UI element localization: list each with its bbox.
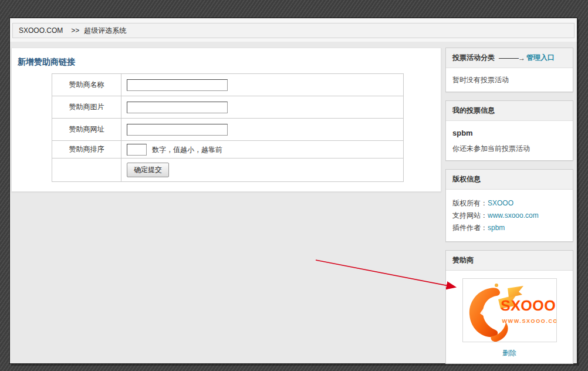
sponsor-name-label: 赞助商名称: [52, 74, 121, 96]
vote-categories-header: 投票活动分类 ———→ 管理入口: [446, 48, 573, 68]
support-site-row: 支持网站：www.sxooo.com: [452, 210, 566, 221]
sponsor-form-panel: 新增赞助商链接 赞助商名称 赞助商图片 赞助商网址 赞助商排序 数字: [11, 48, 441, 192]
copyright-body: 版权所有：SXOOO 支持网站：www.sxooo.com 插件作者：spbm: [446, 190, 573, 241]
no-activity-text: 暂时没有投票活动: [452, 76, 509, 84]
sponsor-order-label: 赞助商排序: [52, 141, 121, 158]
breadcrumb: SXOOO.COM >> 超级评选系统: [12, 23, 575, 38]
breadcrumb-separator: >>: [71, 26, 79, 35]
sponsor-url-label: 赞助商网址: [52, 119, 121, 141]
manage-entrance-link[interactable]: 管理入口: [526, 53, 555, 63]
table-row: 赞助商排序 数字，值越小，越靠前: [52, 141, 404, 158]
sponsor-name-input[interactable]: [127, 79, 228, 91]
copyright-box: 版权信息 版权所有：SXOOO 支持网站：www.sxooo.com 插件作者：…: [445, 169, 573, 242]
submit-button[interactable]: 确定提交: [127, 163, 169, 177]
sponsor-header: 赞助商: [446, 251, 573, 271]
breadcrumb-site: SXOOO.COM: [19, 26, 63, 35]
support-site-link[interactable]: www.sxooo.com: [488, 211, 539, 220]
sponsor-logo[interactable]: SXOOO www.sxooo.com: [462, 278, 557, 342]
copyright-header: 版权信息: [446, 170, 573, 190]
copyright-owner-label: 版权所有：: [452, 199, 488, 207]
table-row: 赞助商名称: [52, 74, 404, 96]
my-vote-info-body: spbm 你还未参加当前投票活动: [446, 121, 573, 160]
sponsor-box: 赞助商: [445, 250, 573, 364]
vote-categories-box: 投票活动分类 ———→ 管理入口 暂时没有投票活动: [445, 48, 573, 92]
plugin-author-label: 插件作者：: [452, 224, 488, 232]
sponsor-body: SXOOO www.sxooo.com 删除: [446, 271, 573, 363]
sponsor-order-input[interactable]: [127, 144, 147, 156]
participation-status: 你还未参加当前投票活动: [452, 143, 566, 154]
username: spbm: [452, 127, 566, 139]
main-area: 新增赞助商链接 赞助商名称 赞助商图片 赞助商网址 赞助商排序 数字: [10, 42, 577, 364]
vote-categories-title: 投票活动分类: [452, 53, 495, 63]
my-vote-info-title: 我的投票信息: [452, 106, 495, 116]
table-row: 赞助商图片: [52, 96, 404, 119]
vote-categories-body: 暂时没有投票活动: [446, 68, 573, 92]
copyright-owner-row: 版权所有：SXOOO: [452, 198, 566, 208]
copyright-title: 版权信息: [452, 174, 481, 184]
sidebar: 投票活动分类 ———→ 管理入口 暂时没有投票活动 我的投票信息 spbm 你还…: [445, 48, 573, 364]
copyright-owner-link[interactable]: SXOOO: [488, 199, 513, 207]
sponsor-logo-url: www.sxooo.com: [502, 318, 557, 324]
sponsor-image-input[interactable]: [127, 102, 228, 113]
breadcrumb-page: 超级评选系统: [84, 26, 126, 36]
sponsor-url-input[interactable]: [127, 124, 228, 136]
sort-order-hint: 数字，值越小，越靠前: [152, 146, 222, 154]
page-title: 新增赞助商链接: [12, 48, 441, 73]
support-site-label: 支持网站：: [452, 211, 488, 220]
app-window: SXOOO.COM >> 超级评选系统 新增赞助商链接 赞助商名称 赞助商图片 …: [9, 18, 577, 364]
sponsor-image-label: 赞助商图片: [52, 96, 121, 119]
dash-arrow-icon: ———→: [499, 54, 525, 62]
plugin-author-row: 插件作者：spbm: [452, 222, 566, 233]
sponsor-form-table: 赞助商名称 赞助商图片 赞助商网址 赞助商排序 数字，值越小，越靠前: [52, 73, 404, 182]
my-vote-info-box: 我的投票信息 spbm 你还未参加当前投票活动: [445, 100, 573, 161]
sponsor-title: 赞助商: [452, 255, 474, 265]
empty-cell: [52, 158, 121, 182]
sponsor-logo-text: SXOOO: [500, 297, 556, 314]
delete-sponsor-link[interactable]: 删除: [502, 348, 516, 358]
table-row: 确定提交: [52, 158, 404, 182]
top-strip: SXOOO.COM >> 超级评选系统: [10, 18, 577, 42]
plugin-author-link[interactable]: spbm: [488, 224, 505, 232]
table-row: 赞助商网址: [52, 119, 404, 141]
my-vote-info-header: 我的投票信息: [446, 101, 573, 121]
